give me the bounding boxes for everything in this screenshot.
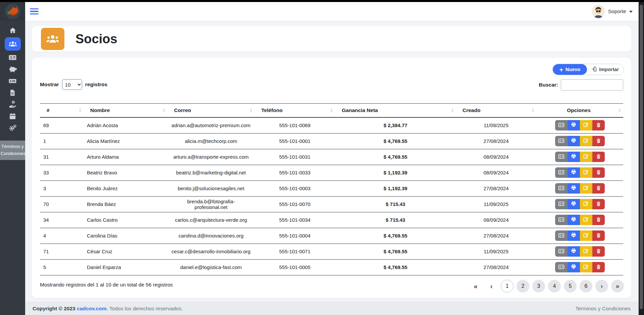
sidebar-item-credentials[interactable] — [5, 52, 21, 63]
sidebar: $ $ Términos y Condiciones — [0, 2, 25, 315]
delete-button[interactable] — [592, 199, 605, 209]
pagination-page-1[interactable]: 1 — [501, 280, 514, 293]
print-button[interactable] — [568, 183, 580, 194]
sidebar-item-terms[interactable]: Términos y Condiciones — [0, 141, 25, 160]
import-button[interactable]: Importar — [587, 64, 624, 75]
pagination-last[interactable]: » — [611, 280, 624, 293]
print-button[interactable] — [568, 230, 580, 241]
sidebar-item-documents[interactable] — [5, 87, 21, 98]
row-actions — [536, 133, 623, 149]
sidebar-item-donations[interactable]: $ — [5, 99, 21, 110]
brand-logo[interactable] — [0, 2, 25, 21]
table-row: 3Benito Juárezbenito.j@solucionesagiles.… — [40, 180, 623, 196]
delete-button[interactable] — [592, 152, 605, 162]
edit-button[interactable] — [580, 183, 592, 194]
user-menu[interactable]: Soporte — [592, 5, 633, 18]
scrollbar-thumb[interactable] — [640, 5, 643, 309]
edit-button[interactable] — [580, 136, 592, 146]
row-net-gain: $ 1,192.39 — [335, 165, 456, 180]
row-created: 08/09/2024 — [456, 149, 536, 165]
search-input[interactable] — [561, 79, 623, 91]
print-button[interactable] — [568, 152, 580, 162]
column-header[interactable]: Correo▲▼ — [167, 104, 255, 118]
delete-button[interactable] — [592, 167, 605, 178]
row-net-gain: $ 4,769.55 — [335, 228, 456, 244]
delete-button[interactable] — [592, 120, 605, 130]
view-card-button[interactable] — [555, 246, 568, 257]
column-header[interactable]: #▲▼ — [40, 104, 84, 118]
view-card-button[interactable] — [555, 120, 568, 130]
edit-button[interactable] — [580, 152, 592, 162]
print-button[interactable] — [568, 136, 580, 146]
row-actions — [536, 244, 623, 259]
print-button[interactable] — [568, 199, 580, 209]
sidebar-item-calendar[interactable] — [5, 110, 21, 122]
pagination-page-5[interactable]: 5 — [564, 280, 577, 293]
sort-icon[interactable]: ▲▼ — [451, 108, 454, 113]
print-button[interactable] — [568, 167, 580, 178]
delete-button[interactable] — [592, 183, 605, 194]
pagination-page-6[interactable]: 6 — [580, 280, 592, 293]
delete-button[interactable] — [592, 246, 605, 257]
delete-button[interactable] — [592, 230, 605, 241]
edit-button[interactable] — [580, 215, 592, 225]
delete-button[interactable] — [592, 136, 605, 146]
menu-toggle-icon[interactable] — [30, 7, 39, 16]
edit-button[interactable] — [580, 262, 592, 272]
show-label: Mostrar — [40, 82, 59, 88]
column-header[interactable]: Creado▲▼ — [456, 104, 536, 118]
edit-button[interactable] — [580, 246, 592, 257]
sidebar-item-home[interactable] — [5, 25, 21, 36]
row-actions — [536, 212, 623, 228]
row-name: César Cruz — [84, 244, 167, 259]
sort-icon[interactable]: ▲▼ — [79, 108, 82, 113]
column-header[interactable]: Teléfono▲▼ — [255, 104, 335, 118]
edit-button[interactable] — [580, 199, 592, 209]
trash-icon — [596, 138, 601, 145]
sidebar-item-savings[interactable] — [5, 63, 21, 75]
view-card-button[interactable] — [555, 199, 568, 209]
print-button[interactable] — [568, 262, 580, 272]
edit-button[interactable] — [580, 120, 592, 130]
sidebar-item-payments[interactable]: $ — [5, 75, 21, 87]
edit-button[interactable] — [580, 167, 592, 178]
column-header[interactable]: Opciones▲▼ — [536, 104, 623, 118]
row-net-gain: $ 2,384.77 — [335, 117, 456, 133]
pagination-next[interactable]: › — [595, 280, 608, 293]
pagination-page-2[interactable]: 2 — [517, 280, 529, 293]
page-size-select[interactable]: 10 — [62, 79, 82, 90]
new-button[interactable]: + Nuevo — [553, 64, 587, 75]
cadcov-link[interactable]: cadcov.com. — [77, 306, 108, 311]
footer-terms-link[interactable]: Terminos y Condiciones — [575, 306, 631, 312]
view-card-button[interactable] — [555, 215, 568, 225]
delete-button[interactable] — [592, 262, 605, 272]
view-card-button[interactable] — [555, 262, 568, 272]
print-button[interactable] — [568, 215, 580, 225]
column-header[interactable]: Nombre▲▼ — [84, 104, 167, 118]
pagination-first[interactable]: « — [469, 280, 482, 293]
sort-icon[interactable]: ▲▼ — [532, 108, 534, 113]
print-button[interactable] — [568, 246, 580, 257]
row-created: 11/09/2025 — [456, 196, 536, 212]
sidebar-item-settings[interactable] — [5, 122, 21, 134]
view-card-button[interactable] — [555, 183, 568, 194]
sort-icon[interactable]: ▲▼ — [330, 108, 333, 113]
pagination-prev[interactable]: ‹ — [485, 280, 498, 293]
sort-icon[interactable]: ▲▼ — [250, 108, 253, 113]
vertical-scrollbar[interactable] — [639, 2, 644, 315]
column-header[interactable]: Ganancia Neta▲▼ — [335, 104, 456, 118]
edit-icon — [583, 264, 589, 271]
view-card-button[interactable] — [555, 152, 568, 162]
row-phone: 555-101-0031 — [255, 149, 335, 165]
pagination-page-3[interactable]: 3 — [532, 280, 545, 293]
sort-icon[interactable]: ▲▼ — [163, 108, 165, 113]
view-card-button[interactable] — [555, 167, 568, 178]
view-card-button[interactable] — [555, 136, 568, 146]
print-button[interactable] — [568, 120, 580, 130]
view-card-button[interactable] — [555, 230, 568, 241]
edit-button[interactable] — [580, 230, 592, 241]
delete-button[interactable] — [592, 215, 605, 225]
sort-icon[interactable]: ▲▼ — [619, 108, 621, 113]
sidebar-item-socios[interactable] — [5, 37, 21, 51]
pagination-page-4[interactable]: 4 — [548, 280, 561, 293]
